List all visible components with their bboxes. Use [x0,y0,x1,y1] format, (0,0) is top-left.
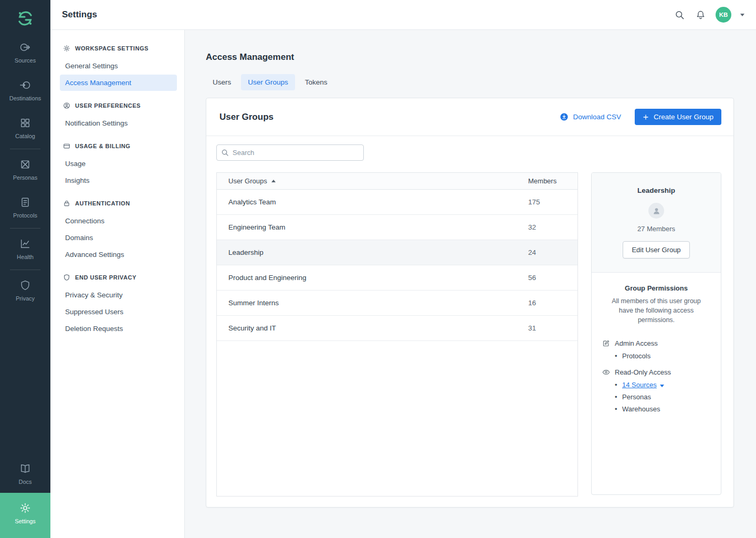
sources-icon [19,42,31,54]
section-title: USER PREFERENCES [75,102,141,109]
section-title: END USER PRIVACY [75,274,136,281]
read-only-access-row: Read-Only Access [602,368,710,376]
nav-section-user-preferences: USER PREFERENCES Notification Settings [50,100,184,131]
card-title: User Groups [219,112,274,122]
column-header-user-groups[interactable]: User Groups [228,177,276,185]
protocols-icon [19,196,31,209]
group-permissions-section: Group Permissions All members of this us… [592,273,721,433]
sidebar-item-privacy[interactable]: Privacy [0,272,50,309]
topbar: Settings KB [50,0,756,30]
section-header: AUTHENTICATION [50,198,184,212]
lock-icon [63,200,70,207]
sources-count-link[interactable]: 14 Sources [622,381,657,389]
card-body: User Groups Members Analytics Team 175 [206,136,733,507]
create-user-group-button[interactable]: Create User Group [635,109,721,125]
plus-icon [643,114,649,120]
table-and-detail: User Groups Members Analytics Team 175 [216,172,721,494]
sidebar-item-catalog[interactable]: Catalog [0,109,50,147]
chevron-down-icon[interactable] [740,14,744,16]
sidebar-item-label: Settings [15,518,36,524]
edit-pencil-icon [602,339,610,347]
sidebar-item-label: Health [17,254,34,260]
read-only-access-list: 14 Sources Personas Warehouses [602,381,710,413]
edit-user-group-button[interactable]: Edit User Group [623,241,689,258]
sidebar-item-suppressed-users[interactable]: Suppressed Users [60,304,177,320]
tab-tokens[interactable]: Tokens [298,74,334,90]
nav-section-end-user-privacy: END USER PRIVACY Privacy & Security Supp… [50,272,184,337]
column-header-members: Members [528,177,566,185]
sidebar-item-label: Privacy [16,295,35,302]
group-name: Summer Interns [228,299,279,307]
card-header: User Groups Download CSV [206,98,733,136]
group-members-count: 175 [528,198,566,206]
sidebar-item-connections[interactable]: Connections [60,213,177,229]
download-csv-button[interactable]: Download CSV [560,112,621,121]
group-detail-summary: Leadership 27 Members Edit User Group [592,173,721,273]
bell-icon [696,10,706,20]
segment-logo-icon [16,9,34,27]
sidebar-item-domains[interactable]: Domains [60,230,177,246]
table-row[interactable]: Product and Engineering 56 [217,265,578,291]
group-name: Leadership [228,249,264,256]
group-name: Analytics Team [228,198,276,206]
main-column: Settings KB [50,0,756,538]
section-title: USAGE & BILLING [75,143,130,149]
topbar-title: Settings [62,9,97,20]
sidebar-item-usage[interactable]: Usage [60,156,177,172]
group-detail-panel: Leadership 27 Members Edit User Group [591,172,721,495]
section-header: WORKSPACE SETTINGS [50,43,184,57]
table-row[interactable]: Engineering Team 32 [217,215,578,240]
segment-logo[interactable] [0,0,50,34]
sidebar-item-notification-settings[interactable]: Notification Settings [60,115,177,131]
sidebar-item-docs[interactable]: Docs [0,455,50,493]
nav-section-workspace-settings: WORKSPACE SETTINGS General Settings Acce… [50,43,184,91]
sidebar-item-deletion-requests[interactable]: Deletion Requests [60,320,177,337]
group-members-count: 32 [528,223,566,231]
search-field-wrap [216,144,364,161]
sidebar-divider [10,270,40,270]
notifications-button[interactable] [695,9,707,21]
search-button[interactable] [674,9,686,21]
shield-icon [63,274,70,281]
section-header: END USER PRIVACY [50,272,184,286]
search-input[interactable] [216,144,364,161]
sidebar-item-label: Sources [15,57,36,64]
sidebar-bottom: Docs Settings [0,455,50,538]
person-icon [652,206,661,215]
sidebar-item-general-settings[interactable]: General Settings [60,58,177,74]
admin-access-row: Admin Access [602,339,710,347]
sidebar-item-protocols[interactable]: Protocols [0,189,50,226]
sidebar-item-destinations[interactable]: Destinations [0,71,50,109]
section-header: USAGE & BILLING [50,140,184,155]
group-members-count: 16 [528,299,566,307]
content-row: WORKSPACE SETTINGS General Settings Acce… [50,30,756,538]
chevron-down-icon[interactable] [660,385,664,387]
sidebar-item-privacy-security[interactable]: Privacy & Security [60,287,177,303]
tab-user-groups[interactable]: User Groups [241,74,295,90]
group-name: Engineering Team [228,223,286,231]
table-header-row: User Groups Members [217,173,578,190]
personas-icon [19,159,31,171]
table-row-selected[interactable]: Leadership 24 [217,240,578,265]
group-name: Product and Engineering [228,274,307,282]
tab-users[interactable]: Users [206,74,238,90]
admin-access-item: Protocols [615,352,710,360]
sidebar-item-access-management[interactable]: Access Management [60,75,177,91]
sidebar-item-personas[interactable]: Personas [0,151,50,189]
table-row[interactable]: Summer Interns 16 [217,291,578,316]
main-content: Access Management Users User Groups Toke… [185,30,756,538]
docs-icon [19,463,31,475]
sidebar-item-insights[interactable]: Insights [60,172,177,189]
sidebar-item-sources[interactable]: Sources [0,34,50,71]
section-header: USER PREFERENCES [50,100,184,115]
group-members-text: 27 Members [600,225,712,233]
search-icon [221,149,229,157]
nav-section-usage-billing: USAGE & BILLING Usage Insights [50,140,184,189]
sidebar-item-advanced-settings[interactable]: Advanced Settings [60,246,177,263]
avatar[interactable]: KB [716,7,731,23]
admin-access-label: Admin Access [615,339,658,347]
sidebar-item-health[interactable]: Health [0,230,50,268]
table-row[interactable]: Analytics Team 175 [217,190,578,215]
table-row[interactable]: Security and IT 31 [217,316,578,341]
sidebar-item-settings[interactable]: Settings [0,493,50,538]
